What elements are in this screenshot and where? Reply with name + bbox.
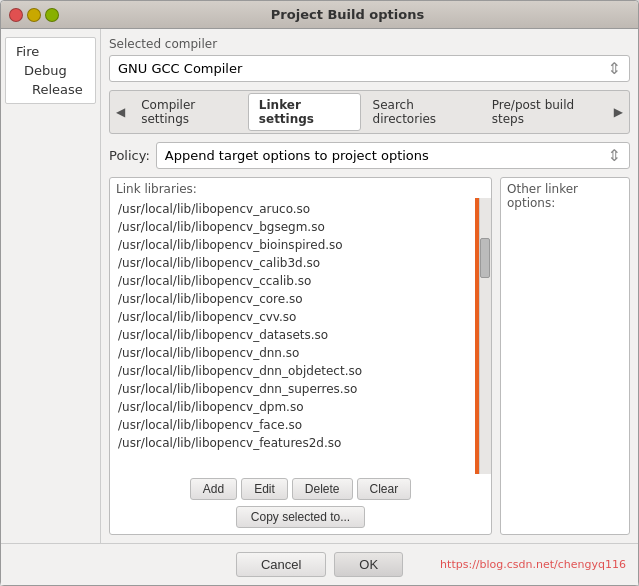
copy-selected-button[interactable]: Copy selected to... bbox=[236, 506, 365, 528]
list-item[interactable]: /usr/local/lib/libopencv_dnn_objdetect.s… bbox=[114, 362, 475, 380]
list-item[interactable]: /usr/local/lib/libopencv_dpm.so bbox=[114, 398, 475, 416]
edit-button[interactable]: Edit bbox=[241, 478, 288, 500]
lib-list[interactable]: /usr/local/lib/libopencv_aruco.so /usr/l… bbox=[110, 198, 491, 474]
tab-search-directories[interactable]: Search directories bbox=[363, 94, 480, 130]
maximize-button[interactable] bbox=[45, 8, 59, 22]
list-item[interactable]: /usr/local/lib/libopencv_features2d.so bbox=[114, 434, 475, 452]
compiler-section: Selected compiler GNU GCC Compiler ⇕ bbox=[109, 37, 630, 82]
footer-link-area: https://blog.csdn.net/chengyq116 bbox=[403, 558, 626, 571]
policy-row: Policy: Append target options to project… bbox=[109, 142, 630, 169]
list-item[interactable]: /usr/local/lib/libopencv_bioinspired.so bbox=[114, 236, 475, 254]
titlebar: Project Build options bbox=[1, 1, 638, 29]
link-libraries-panel: Link libraries: /usr/local/lib/libopencv… bbox=[109, 177, 492, 535]
footer-buttons: Cancel OK bbox=[236, 552, 403, 577]
list-item[interactable]: /usr/local/lib/libopencv_calib3d.so bbox=[114, 254, 475, 272]
list-item[interactable]: /usr/local/lib/libopencv_bgsegm.so bbox=[114, 218, 475, 236]
panels-row: Link libraries: /usr/local/lib/libopencv… bbox=[109, 177, 630, 535]
lib-scrollbar-thumb[interactable] bbox=[480, 238, 490, 278]
window-controls bbox=[9, 8, 59, 22]
policy-label: Policy: bbox=[109, 148, 150, 163]
ok-button[interactable]: OK bbox=[334, 552, 403, 577]
sidebar-item-release[interactable]: Release bbox=[12, 80, 89, 99]
list-item[interactable]: /usr/local/lib/libopencv_ccalib.so bbox=[114, 272, 475, 290]
other-linker-title: Other linker options: bbox=[501, 178, 629, 212]
tab-compiler-settings[interactable]: Compiler settings bbox=[131, 94, 246, 130]
right-panel: Selected compiler GNU GCC Compiler ⇕ ◀ C… bbox=[101, 29, 638, 543]
policy-value: Append target options to project options bbox=[165, 148, 429, 163]
list-item[interactable]: /usr/local/lib/libopencv_dnn_superres.so bbox=[114, 380, 475, 398]
close-button[interactable] bbox=[9, 8, 23, 22]
add-button[interactable]: Add bbox=[190, 478, 237, 500]
footer: Cancel OK https://blog.csdn.net/chengyq1… bbox=[1, 543, 638, 585]
compiler-label: Selected compiler bbox=[109, 37, 630, 51]
main-content: Fire Debug Release Selected compiler GNU… bbox=[1, 29, 638, 543]
lib-scrollbar[interactable] bbox=[479, 198, 491, 474]
tab-pre-post-build[interactable]: Pre/post build steps bbox=[482, 94, 608, 130]
policy-select[interactable]: Append target options to project options… bbox=[156, 142, 630, 169]
tab-left-arrow-icon[interactable]: ◀ bbox=[112, 103, 129, 121]
tab-right-arrow-icon[interactable]: ▶ bbox=[610, 103, 627, 121]
compiler-select[interactable]: GNU GCC Compiler ⇕ bbox=[109, 55, 630, 82]
list-item[interactable]: /usr/local/lib/libopencv_dnn.so bbox=[114, 344, 475, 362]
minimize-button[interactable] bbox=[27, 8, 41, 22]
list-item[interactable]: /usr/local/lib/libopencv_face.so bbox=[114, 416, 475, 434]
cancel-button[interactable]: Cancel bbox=[236, 552, 326, 577]
list-item[interactable]: /usr/local/lib/libopencv_cvv.so bbox=[114, 308, 475, 326]
clear-button[interactable]: Clear bbox=[357, 478, 412, 500]
policy-arrow-icon: ⇕ bbox=[608, 146, 621, 165]
project-build-options-window: Project Build options Fire Debug Release… bbox=[0, 0, 639, 586]
list-item[interactable]: /usr/local/lib/libopencv_datasets.so bbox=[114, 326, 475, 344]
sidebar-item-fire[interactable]: Fire bbox=[12, 42, 89, 61]
window-title: Project Build options bbox=[65, 7, 630, 22]
delete-button[interactable]: Delete bbox=[292, 478, 353, 500]
list-item[interactable]: /usr/local/lib/libopencv_aruco.so bbox=[114, 200, 475, 218]
list-item[interactable]: /usr/local/lib/libopencv_core.so bbox=[114, 290, 475, 308]
sidebar-group: Fire Debug Release bbox=[5, 37, 96, 104]
compiler-arrow-icon: ⇕ bbox=[608, 59, 621, 78]
link-libraries-title: Link libraries: bbox=[110, 178, 491, 198]
tabs-row: ◀ Compiler settings Linker settings Sear… bbox=[109, 90, 630, 134]
footer-link: https://blog.csdn.net/chengyq116 bbox=[440, 558, 626, 571]
sidebar-item-debug[interactable]: Debug bbox=[12, 61, 89, 80]
lib-action-buttons: Add Edit Delete Clear bbox=[110, 474, 491, 504]
copy-btn-row: Copy selected to... bbox=[110, 504, 491, 534]
compiler-value: GNU GCC Compiler bbox=[118, 61, 242, 76]
tab-linker-settings[interactable]: Linker settings bbox=[248, 93, 361, 131]
sidebar: Fire Debug Release bbox=[1, 29, 101, 543]
other-linker-panel: Other linker options: bbox=[500, 177, 630, 535]
